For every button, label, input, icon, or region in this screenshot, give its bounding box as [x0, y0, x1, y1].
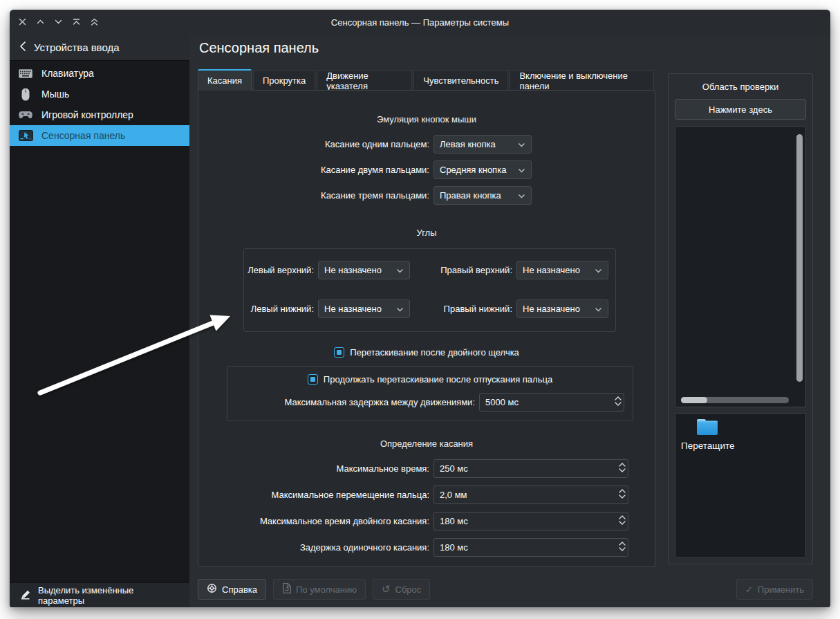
checkbox-checked-icon[interactable] [308, 374, 318, 385]
chevron-down-icon [518, 190, 525, 201]
check-icon: ✓ [745, 585, 753, 594]
max-finger-motion-spinbox[interactable]: 2,0 мм [433, 486, 628, 504]
max-time-spinbox[interactable]: 250 мс [433, 459, 628, 478]
help-icon [207, 583, 217, 595]
tabbar: Касания Прокрутка Движение указателя Чув… [198, 69, 655, 90]
section-title-tap-detection: Определение касания [198, 438, 655, 449]
chevron-down-icon [595, 265, 602, 275]
test-scroll-area[interactable] [675, 126, 806, 407]
gamepad-icon [17, 111, 34, 119]
chevron-down-icon [396, 304, 404, 314]
sidebar-item-label: Игровой контроллер [41, 109, 133, 120]
test-area-title: Область проверки [675, 82, 806, 92]
horizontal-scrollbar-thumb[interactable] [681, 397, 707, 403]
keep-above-icon[interactable] [73, 18, 80, 26]
drag-drop-area[interactable]: Перетащите [675, 413, 806, 558]
spin-up-down-icon[interactable] [618, 488, 626, 502]
checkbox-checked-icon[interactable] [334, 347, 344, 358]
corner-top-left-label: Левый верхний: [244, 265, 318, 275]
tab-pointer-motion[interactable]: Движение указателя [317, 70, 412, 91]
drag-lock-timeout-spinbox[interactable]: 5000 мс [479, 393, 624, 412]
sidebar-list: Клавиатура Мышь Игровой контроллер Сенсо… [10, 61, 189, 582]
back-chevron-icon [19, 41, 26, 54]
shade-icon[interactable] [91, 18, 98, 26]
titlebar: Сенсорная панель — Параметры системы [10, 10, 830, 35]
sidebar-item-label: Клавиатура [41, 68, 94, 79]
window-controls [10, 18, 98, 26]
tap-1-finger-dropdown[interactable]: Левая кнопка [433, 135, 532, 154]
sidebar-item-label: Сенсорная панель [41, 130, 125, 141]
corner-top-left-dropdown[interactable]: Не назначено [318, 261, 410, 279]
touchpad-icon [17, 130, 34, 141]
drag-lock-groupbox: Продолжать перетаскивание после отпускан… [227, 366, 633, 421]
sidebar-back-label: Устройства ввода [34, 41, 120, 53]
corner-bottom-right-label: Правый нижний: [410, 304, 516, 314]
defaults-button[interactable]: По умолчанию [273, 579, 366, 600]
reset-button[interactable]: ↺ Сброс [373, 579, 430, 600]
drag-here-label: Перетащите [681, 441, 800, 451]
tap-1-finger-label: Касание одним пальцем: [198, 139, 433, 149]
tap-2-finger-dropdown[interactable]: Средняя кнопка [433, 160, 532, 179]
vertical-scrollbar[interactable] [796, 134, 803, 382]
close-icon[interactable] [19, 18, 26, 26]
highlight-changed-settings[interactable]: Выделить изменённые параметры [10, 582, 189, 607]
folder-icon [695, 416, 720, 437]
max-time-label: Максимальное время: [198, 463, 433, 474]
drag-lock-label: Продолжать перетаскивание после отпускан… [324, 374, 552, 385]
sidebar-item-label: Мышь [41, 89, 69, 100]
max-double-tap-time-label: Максимальное время двойного касания: [198, 516, 433, 526]
tab-taps[interactable]: Касания [198, 69, 252, 91]
main-area: Сенсорная панель Касания Прокрутка Движе… [189, 35, 830, 607]
document-revert-icon [282, 583, 291, 595]
corner-bottom-left-label: Левый нижний: [244, 304, 318, 314]
apply-button[interactable]: ✓ Применить [736, 579, 813, 600]
single-tap-delay-label: Задержка одиночного касания: [198, 542, 433, 553]
max-finger-motion-label: Максимальное перемещение пальца: [198, 490, 433, 500]
sidebar-item-gamepad[interactable]: Игровой контроллер [10, 104, 189, 125]
sidebar-item-touchpad[interactable]: Сенсорная панель [10, 125, 189, 146]
chevron-down-icon [518, 165, 525, 175]
corner-top-right-label: Правый верхний: [410, 265, 516, 275]
sidebar-back-header[interactable]: Устройства ввода [10, 35, 189, 61]
corner-bottom-left-dropdown[interactable]: Не назначено [318, 299, 410, 318]
bottom-button-bar: Справка По умолчанию ↺ Сброс ✓ Применить [189, 575, 830, 607]
highlight-changed-label: Выделить изменённые параметры [38, 585, 179, 606]
spin-up-down-icon[interactable] [618, 461, 626, 476]
minimize-icon[interactable] [55, 18, 62, 26]
tap-3-finger-dropdown[interactable]: Правая кнопка [433, 186, 532, 205]
tap-and-drag-label: Перетаскивание после двойного щелчка [350, 347, 519, 358]
help-button[interactable]: Справка [198, 579, 266, 600]
chevron-down-icon [595, 304, 602, 314]
section-title-mouse-emulation: Эмуляция кнопок мыши [198, 114, 655, 124]
horizontal-scrollbar[interactable] [681, 397, 789, 403]
chevron-down-icon [518, 139, 525, 149]
corner-top-right-dropdown[interactable]: Не назначено [516, 261, 608, 279]
tap-2-finger-label: Касание двумя пальцами: [198, 165, 433, 175]
highlight-pen-icon [20, 589, 32, 602]
sidebar-item-mouse[interactable]: Мышь [10, 84, 189, 104]
spin-up-down-icon[interactable] [618, 540, 626, 555]
system-settings-window: Сенсорная панель — Параметры системы Уст… [10, 10, 830, 607]
tab-scrolling[interactable]: Прокрутка [253, 70, 315, 91]
drag-lock-checkbox-row[interactable]: Продолжать перетаскивание после отпускан… [227, 374, 633, 385]
corner-bottom-right-dropdown[interactable]: Не назначено [516, 299, 608, 318]
undo-icon: ↺ [382, 584, 391, 595]
sidebar-item-keyboard[interactable]: Клавиатура [10, 63, 189, 84]
maximize-icon[interactable] [37, 18, 44, 26]
tab-enable-disable[interactable]: Включение и выключение панели [510, 70, 654, 91]
tab-sensitivity[interactable]: Чувствительность [413, 70, 508, 91]
mouse-icon [17, 88, 34, 101]
spin-up-down-icon[interactable] [614, 395, 622, 409]
drag-lock-timeout-label: Максимальная задержка между движениями: [227, 397, 479, 407]
tap-3-finger-label: Касание тремя пальцами: [198, 190, 433, 201]
corners-groupbox: Левый верхний: Не назначено Правый верхн… [243, 248, 616, 332]
spin-up-down-icon[interactable] [618, 514, 626, 528]
tab-content: Эмуляция кнопок мыши Касание одним пальц… [198, 90, 655, 567]
max-double-tap-time-spinbox[interactable]: 180 мс [433, 512, 628, 530]
tap-and-drag-checkbox-row[interactable]: Перетаскивание после двойного щелчка [198, 347, 655, 358]
section-title-corners: Углы [198, 228, 655, 238]
click-here-button[interactable]: Нажмите здесь [675, 99, 806, 120]
single-tap-delay-spinbox[interactable]: 180 мс [433, 538, 628, 557]
chevron-down-icon [396, 265, 404, 275]
test-area-panel: Область проверки Нажмите здесь [668, 73, 813, 564]
